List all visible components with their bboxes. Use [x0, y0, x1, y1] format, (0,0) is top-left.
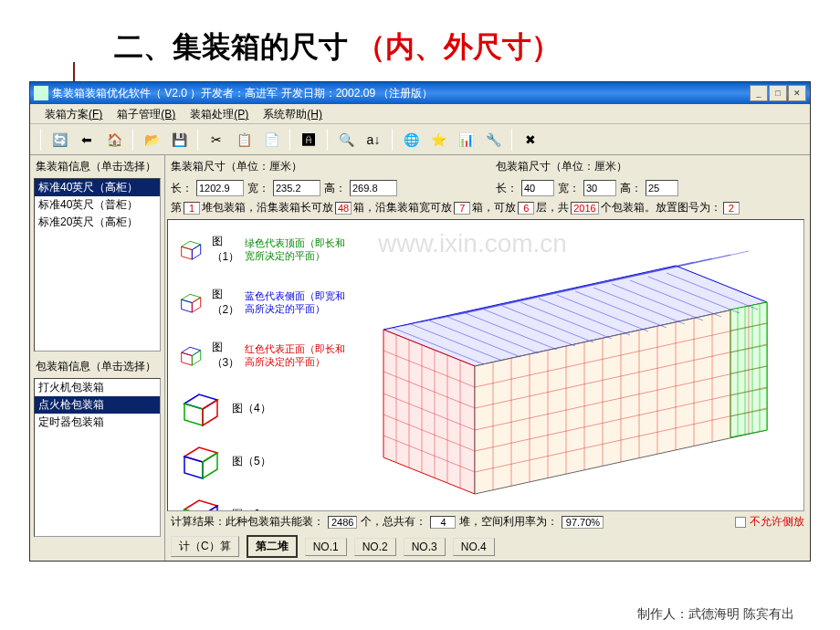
- search-icon[interactable]: 🔍: [334, 128, 358, 152]
- container-dims-title: 集装箱尺寸（单位：厘米）: [171, 159, 481, 176]
- tool-icon[interactable]: 🔧: [481, 128, 505, 152]
- package-width-input[interactable]: [583, 180, 616, 196]
- fig4-label: 图（4）: [232, 401, 271, 416]
- list-item[interactable]: 定时器包装箱: [35, 414, 160, 431]
- menu-help[interactable]: 系统帮助(H): [256, 104, 330, 123]
- red-legend: 红色代表正面（即长和高所决定的平面）: [245, 342, 351, 369]
- list-item[interactable]: 打火机包装箱: [35, 379, 160, 396]
- titlebar: 集装箱装箱优化软件（ V2.0 ）开发者：高进军 开发日期：2002.09 （注…: [30, 82, 810, 104]
- container-info-header: 集装箱信息（单击选择）: [30, 155, 164, 178]
- container-3d-view: [338, 247, 785, 511]
- svg-marker-3: [182, 294, 201, 302]
- slide-title: 二、集装箱的尺寸 （内、外尺寸）: [0, 0, 840, 81]
- save-icon[interactable]: 💾: [167, 128, 191, 152]
- app-icon: [34, 86, 48, 100]
- svg-marker-10: [184, 404, 203, 425]
- close-btn[interactable]: ✕: [788, 85, 806, 101]
- back-icon[interactable]: ⬅: [75, 128, 99, 152]
- list-item[interactable]: 点火枪包装箱: [35, 396, 160, 414]
- fig3-label: 图（3）: [212, 340, 240, 371]
- svg-marker-13: [184, 457, 203, 478]
- toolbar: 🔄 ⬅ 🏠 📂 💾 ✂ 📋 📄 🅰 🔍 a↓ 🌐 ⭐ 📊 🔧 ✖: [30, 124, 810, 155]
- svg-marker-14: [203, 453, 217, 478]
- no4-button[interactable]: NO.4: [453, 538, 495, 556]
- package-height-input[interactable]: [646, 180, 678, 196]
- left-panel: 集装箱信息（单击选择） 标准40英尺（高柜） 标准40英尺（普柜） 标准20英尺…: [30, 155, 165, 561]
- page-title: 二、集装箱的尺寸 （内、外尺寸）: [114, 27, 840, 68]
- window-title: 集装箱装箱优化软件（ V2.0 ）开发者：高进军 开发日期：2002.09 （注…: [52, 82, 750, 104]
- delete-icon[interactable]: ✖: [519, 128, 542, 152]
- title-main: 二、集装箱的尺寸: [114, 30, 348, 63]
- list-item[interactable]: 标准40英尺（高柜）: [35, 179, 160, 196]
- total-boxes: 2016: [571, 202, 598, 215]
- right-area: 集装箱尺寸（单位：厘米） 长： 宽： 高： 包装箱尺寸（单位：厘米） 长： 宽：…: [165, 155, 810, 561]
- package-dims: 包装箱尺寸（单位：厘米） 长： 宽： 高：: [496, 159, 804, 196]
- cube-fig6-icon: [177, 491, 226, 511]
- svg-marker-2: [192, 245, 200, 259]
- footer-credits: 制作人：武德海明 陈宾有出: [637, 606, 794, 623]
- window-controls: _ □ ✕: [750, 85, 806, 101]
- menu-plan[interactable]: 装箱方案(F): [37, 104, 110, 123]
- calc-button[interactable]: 计（C）算: [171, 536, 239, 557]
- refresh-icon[interactable]: 🔄: [47, 128, 71, 152]
- package-length-input[interactable]: [521, 180, 554, 196]
- svg-marker-11: [203, 400, 217, 425]
- package-info-header: 包装箱信息（单击选择）: [30, 355, 164, 378]
- figure-number: 2: [723, 202, 740, 215]
- status-line: 第 1 堆包装箱，沿集装箱长可放 48 箱，沿集装箱宽可放 7 箱，可放 6 层…: [165, 198, 810, 217]
- minimize-btn[interactable]: _: [750, 85, 768, 101]
- copy-icon[interactable]: 📋: [232, 128, 256, 152]
- workspace: 集装箱信息（单击选择） 标准40英尺（高柜） 标准40英尺（普柜） 标准20英尺…: [30, 155, 810, 561]
- sort-icon[interactable]: a↓: [362, 128, 385, 152]
- list-item[interactable]: 标准40英尺（普柜）: [35, 196, 160, 214]
- no1-button[interactable]: NO.1: [305, 538, 347, 556]
- cube-legend: 图（1） 绿色代表顶面（即长和宽所决定的平面） 图（2） 蓝色代表侧面（即宽和高…: [177, 226, 351, 511]
- green-legend: 绿色代表顶面（即长和宽所决定的平面）: [245, 236, 351, 263]
- package-listbox[interactable]: 打火机包装箱 点火枪包装箱 定时器包装箱: [34, 378, 161, 537]
- no-side-label: 不允许侧放: [750, 514, 804, 530]
- svg-marker-1: [182, 247, 193, 259]
- svg-marker-6: [182, 347, 201, 355]
- heap-number: 1: [184, 202, 200, 215]
- heap2-button[interactable]: 第二堆: [247, 535, 298, 558]
- cube-fig1-icon: [177, 226, 206, 272]
- app-window: 集装箱装箱优化软件（ V2.0 ）开发者：高进军 开发日期：2002.09 （注…: [29, 81, 811, 562]
- font-icon[interactable]: 🅰: [297, 128, 320, 152]
- svg-marker-16: [184, 509, 203, 511]
- menu-process[interactable]: 装箱处理(P): [183, 104, 256, 123]
- list-item[interactable]: 标准20英尺（高柜）: [35, 214, 160, 231]
- title-sub: （内、外尺寸）: [356, 30, 561, 63]
- open-icon[interactable]: 📂: [140, 128, 163, 152]
- maximize-btn[interactable]: □: [769, 85, 787, 101]
- home-icon[interactable]: 🏠: [102, 128, 126, 152]
- blue-legend: 蓝色代表侧面（即宽和高所决定的平面）: [245, 289, 351, 316]
- chart-icon[interactable]: 📊: [454, 128, 478, 152]
- bottom-buttons: 计（C）算 第二堆 NO.1 NO.2 NO.3 NO.4: [165, 532, 810, 561]
- container-length-input[interactable]: [196, 180, 244, 196]
- svg-marker-0: [182, 241, 201, 249]
- no-side-checkbox[interactable]: [735, 517, 746, 528]
- globe-icon[interactable]: 🌐: [399, 128, 423, 152]
- layers: 6: [518, 202, 534, 215]
- cube-fig4-icon: [177, 385, 226, 431]
- no2-button[interactable]: NO.2: [354, 538, 396, 556]
- svg-marker-5: [192, 298, 200, 312]
- menu-box[interactable]: 箱子管理(B): [110, 104, 183, 123]
- cube-fig2-icon: [177, 279, 206, 325]
- star-icon[interactable]: ⭐: [426, 128, 450, 152]
- canvas-area: www.ixin.com.cn 图（1） 绿色代表顶面（即长和宽所决定的平面）: [167, 219, 804, 511]
- container-listbox[interactable]: 标准40英尺（高柜） 标准40英尺（普柜） 标准20英尺（高柜）: [34, 178, 161, 352]
- svg-marker-17: [203, 506, 217, 511]
- package-dims-title: 包装箱尺寸（单位：厘米）: [496, 159, 804, 176]
- menubar: 装箱方案(F) 箱子管理(B) 装箱处理(P) 系统帮助(H): [30, 104, 810, 124]
- container-height-input[interactable]: [350, 180, 397, 196]
- along-width: 7: [454, 202, 470, 215]
- cube-fig5-icon: [177, 438, 226, 484]
- cut-icon[interactable]: ✂: [205, 128, 228, 152]
- paste-icon[interactable]: 📄: [259, 128, 283, 152]
- fig6-label: 图（6）: [232, 507, 271, 512]
- result-boxes: 2486: [328, 516, 357, 529]
- container-width-input[interactable]: [273, 180, 320, 196]
- no3-button[interactable]: NO.3: [404, 538, 446, 556]
- result-utilization: 97.70%: [562, 516, 604, 529]
